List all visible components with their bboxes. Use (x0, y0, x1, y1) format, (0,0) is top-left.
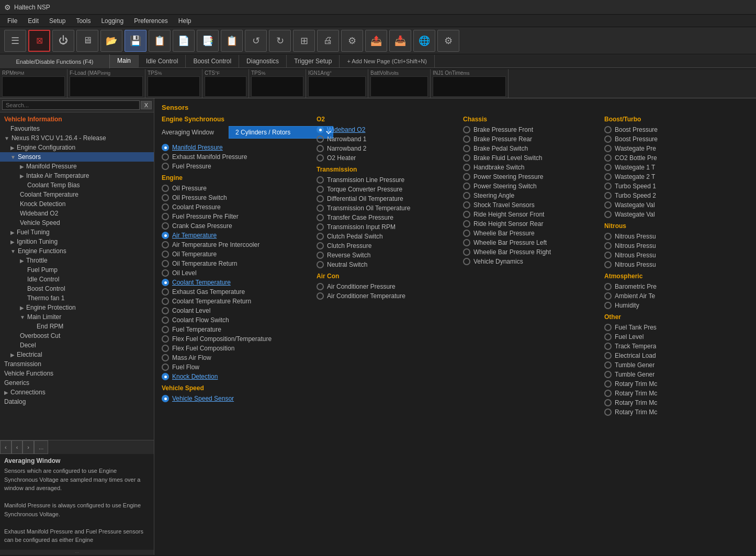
toolbar-save-as[interactable]: 📋 (149, 30, 171, 52)
sensor-transfer-case-pressure[interactable]: Transfer Case Pressure (317, 214, 453, 221)
sensor-manifold-pressure[interactable]: Manifold Pressure (162, 144, 306, 151)
sidebar-item-transmission[interactable]: Transmission (0, 359, 154, 369)
radio-rotary-trim-2[interactable] (604, 390, 612, 397)
sensor-vehicle-dynamics[interactable]: Vehicle Dynamics (463, 258, 594, 265)
radio-fuel-flow[interactable] (162, 364, 169, 371)
radio-barometric-pre[interactable] (604, 283, 612, 290)
sensor-humidity[interactable]: Humidity (604, 302, 749, 309)
toolbar-grid[interactable]: ⊞ (293, 30, 315, 52)
toolbar-save[interactable]: 💾 (125, 30, 146, 52)
radio-tumble-gener-2[interactable] (604, 371, 612, 378)
sensor-wastegate-1t[interactable]: Wastegate 1 T (604, 164, 749, 171)
radio-ambient-air[interactable] (604, 292, 612, 300)
sensor-label-vehicle-speed[interactable]: Vehicle Speed Sensor (172, 395, 234, 402)
menu-setup[interactable]: Setup (44, 16, 71, 26)
sensor-steering-angle[interactable]: Steering Angle (463, 192, 594, 199)
sensor-clutch-pressure[interactable]: Clutch Pressure (317, 242, 453, 249)
radio-shock-travel[interactable] (463, 201, 470, 209)
radio-clutch-pedal-switch[interactable] (317, 233, 324, 240)
sensor-brake-fluid-level[interactable]: Brake Fluid Level Switch (463, 154, 594, 162)
sidebar-resize-handle[interactable]: ⋯ (0, 550, 154, 555)
sensor-wastegate-val-2[interactable]: Wastegate Val (604, 211, 749, 218)
sensor-vehicle-speed[interactable]: Vehicle Speed Sensor (162, 395, 306, 402)
menu-file[interactable]: File (2, 16, 22, 26)
radio-wastegate-val-1[interactable] (604, 201, 612, 209)
sensor-electrical-load[interactable]: Electrical Load (604, 352, 749, 359)
radio-air-temp-pre[interactable] (162, 241, 169, 248)
sidebar-item-vehicle-speed[interactable]: Vehicle Speed (0, 218, 154, 228)
sensor-co2-bottle-pre[interactable]: CO2 Bottle Pre (604, 154, 749, 162)
sensor-shock-travel[interactable]: Shock Travel Sensors (463, 201, 594, 209)
sidebar-item-decel[interactable]: Decel (0, 341, 154, 350)
sensor-coolant-flow-switch[interactable]: Coolant Flow Switch (162, 316, 306, 324)
radio-oil-temp[interactable] (162, 251, 169, 258)
sensor-rotary-trim-4[interactable]: Rotary Trim Mc (604, 409, 749, 416)
radio-air-temp[interactable] (162, 232, 169, 239)
sidebar-item-engine-config[interactable]: ▶ Engine Configuration (0, 143, 154, 152)
sidebar-item-thermo-fan[interactable]: Thermo fan 1 (0, 293, 154, 303)
radio-electrical-load[interactable] (604, 352, 612, 359)
sidebar-item-engine-protection[interactable]: ▶ Engine Protection (0, 303, 154, 312)
sensor-trans-line-pressure[interactable]: Transmission Line Pressure (317, 176, 453, 184)
radio-exhaust-manifold[interactable] (162, 153, 169, 161)
toolbar-export[interactable]: 📤 (365, 30, 387, 52)
sensor-label-knock-detection[interactable]: Knock Detection (172, 373, 218, 380)
menu-tools[interactable]: Tools (71, 16, 96, 26)
tab-add-new[interactable]: + Add New Page (Ctrl+Shift+N) (340, 55, 435, 67)
radio-handbrake-switch[interactable] (463, 164, 470, 171)
radio-wastegate-val-2[interactable] (604, 211, 612, 218)
sensor-narrowband-1[interactable]: Narrowband 1 (317, 135, 453, 143)
toolbar-globe[interactable]: 🌐 (413, 30, 435, 52)
sidebar-item-engine-functions[interactable]: ▼ Engine Functions (0, 246, 154, 256)
radio-clutch-pressure[interactable] (317, 242, 324, 249)
sensor-oil-temp-return[interactable]: Oil Temperature Return (162, 260, 306, 267)
sensor-nitrous-4[interactable]: Nitrous Pressu (604, 261, 749, 268)
sensor-fuel-temp[interactable]: Fuel Temperature (162, 326, 306, 333)
radio-fuel-tank-pres[interactable] (604, 324, 612, 331)
sensor-wheelie-bar-right[interactable]: Wheelie Bar Pressure Right (463, 248, 594, 256)
toolbar-monitor[interactable]: 🖥 (76, 30, 98, 52)
radio-oil-pressure-switch[interactable] (162, 194, 169, 201)
tab-main[interactable]: Main (110, 55, 139, 67)
sensor-exhaust-gas[interactable]: Exhaust Gas Temperature (162, 288, 306, 296)
radio-power-steering-pressure[interactable] (463, 173, 470, 180)
sensor-neutral-switch[interactable]: Neutral Switch (317, 261, 453, 268)
sidebar-item-boost-control[interactable]: Boost Control (0, 284, 154, 293)
radio-fuel-pressure[interactable] (162, 163, 169, 170)
sensor-label-wideband-o2[interactable]: Wideband O2 (327, 126, 365, 133)
radio-exhaust-gas[interactable] (162, 288, 169, 296)
radio-turbo-speed-2[interactable] (604, 192, 612, 199)
sidebar-item-overboost-cut[interactable]: Overboost Cut (0, 331, 154, 341)
radio-neutral-switch[interactable] (317, 261, 324, 268)
sensor-trans-oil-temp[interactable]: Transmission Oil Temperature (317, 205, 453, 212)
sensor-turbo-speed-1[interactable]: Turbo Speed 1 (604, 183, 749, 190)
toolbar-import[interactable]: 📥 (389, 30, 411, 52)
sensor-coolant-temp[interactable]: Coolant Temperature (162, 279, 306, 286)
radio-fuel-temp[interactable] (162, 326, 169, 333)
radio-rotary-trim-3[interactable] (604, 399, 612, 406)
sensor-barometric-pre[interactable]: Barometric Pre (604, 283, 749, 290)
radio-nitrous-4[interactable] (604, 261, 612, 268)
radio-crank-case[interactable] (162, 222, 169, 230)
tab-idle-control[interactable]: Idle Control (139, 55, 186, 67)
radio-wheelie-bar-right[interactable] (463, 248, 470, 256)
sensor-turbo-speed-2[interactable]: Turbo Speed 2 (604, 192, 749, 199)
sidebar-item-favourites[interactable]: Favourites (0, 124, 154, 133)
radio-reverse-switch[interactable] (317, 252, 324, 259)
toolbar-hamburger[interactable]: ☰ (4, 30, 26, 52)
sensor-track-tempera[interactable]: Track Tempera (604, 343, 749, 350)
sensor-ambient-air[interactable]: Ambient Air Te (604, 292, 749, 300)
radio-oil-pressure[interactable] (162, 185, 169, 192)
sidebar-item-main-limiter[interactable]: ▼ Main Limiter (0, 312, 154, 322)
sidebar-item-coolant-temperature[interactable]: Coolant Temperature (0, 190, 154, 199)
sensor-ride-height-rear[interactable]: Ride Height Sensor Rear (463, 220, 594, 228)
sidebar-item-knock-detection[interactable]: Knock Detection (0, 199, 154, 209)
sensor-boost-pressure-1[interactable]: Boost Pressure (604, 126, 749, 133)
sensor-nitrous-1[interactable]: Nitrous Pressu (604, 233, 749, 240)
toolbar-print[interactable]: 🖨 (317, 30, 339, 52)
sensor-ac-temperature[interactable]: Air Conditioner Temperature (317, 292, 453, 300)
sensor-boost-pressure-2[interactable]: Boost Pressure (604, 135, 749, 143)
sidebar-item-sensors[interactable]: ▼ Sensors (0, 152, 154, 162)
radio-fuel-pressure-pre[interactable] (162, 213, 169, 220)
sidebar-search-input[interactable] (2, 100, 140, 110)
